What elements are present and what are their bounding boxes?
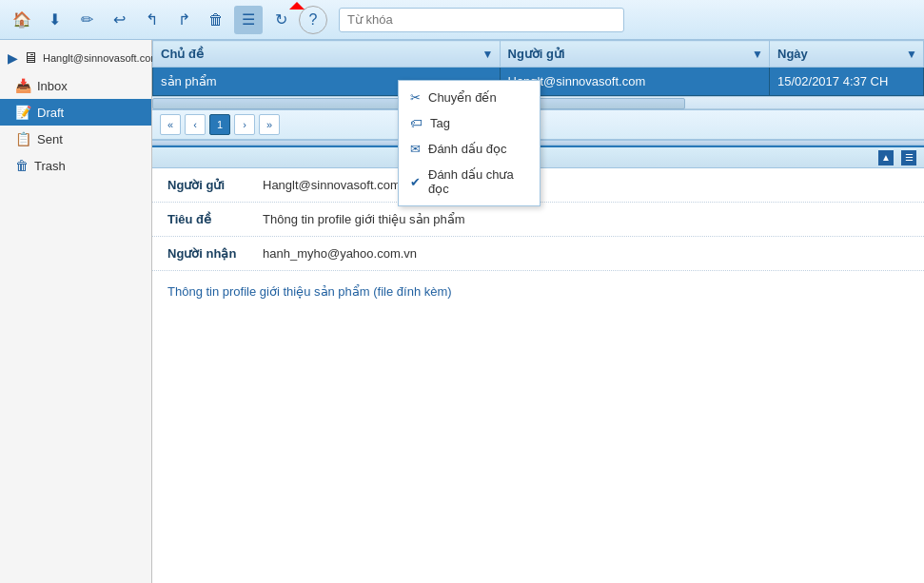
subject-filter-icon[interactable]: ▼ [482,48,494,61]
sidebar-item-trash-label: Trash [34,159,66,173]
inbox-icon: 📥 [15,78,31,93]
dropdown-mark-unread-label: Đánh dấu chưa đọc [428,167,528,196]
page-first-button[interactable]: « [160,114,181,135]
monitor-icon: 🖥 [23,49,38,67]
subject-label: Tiêu đề [167,212,263,226]
col-sender-label: Người gửi [508,47,565,61]
menu-button[interactable]: ☰ [234,6,263,34]
sidebar: ▶ 🖥 Hanglt@sinnovasoft.com 📥 Inbox 📝 Dra… [0,40,152,583]
delete-button[interactable]: 🗑 [202,6,230,34]
home-button[interactable]: 🏠 [8,6,36,34]
page-prev-button[interactable]: ‹ [185,114,206,135]
detail-menu-button[interactable]: ☰ [901,150,916,165]
account-email: Hanglt@sinnovasoft.com [43,52,159,64]
row-date: 15/02/2017 4:37 CH [770,68,924,96]
redo-button[interactable]: ↱ [169,6,198,34]
refresh-button[interactable]: ↻ [266,6,295,34]
mark-read-icon: ✉ [410,142,421,156]
sender-filter-icon[interactable]: ▼ [752,48,763,61]
sidebar-item-inbox-label: Inbox [37,79,68,93]
col-subject-label: Chủ đề [161,47,204,61]
tag-icon: 🏷 [410,116,423,130]
draft-icon: 📝 [15,105,31,120]
col-subject[interactable]: Chủ đề ▼ [153,41,501,68]
dropdown-mark-read-label: Đánh dấu đọc [428,142,507,156]
compose-button[interactable]: ✏ [72,6,101,34]
dropdown-tag-label: Tag [430,116,450,130]
col-sender[interactable]: Người gửi ▼ [500,41,770,68]
dropdown-tag[interactable]: 🏷 Tag [399,110,540,136]
detail-recipient-row: Người nhận hanh_myho@yahoo.com.vn [152,237,924,271]
sidebar-item-draft[interactable]: 📝 Draft [0,99,151,126]
recipient-value: hanh_myho@yahoo.com.vn [263,246,417,261]
recipient-label: Người nhận [167,246,263,261]
page-current-button[interactable]: 1 [209,114,230,135]
subject-value: Thông tin profile giới thiệu sản phẩm [263,212,465,226]
sidebar-item-trash[interactable]: 🗑 Trash [0,152,151,179]
detail-subject-row: Tiêu đề Thông tin profile giới thiệu sản… [152,203,924,237]
dropdown-menu: ✂ Chuyển đến 🏷 Tag ✉ Đánh dấu đọc ✔ Đánh… [398,80,541,206]
page-next-button[interactable]: › [234,114,255,135]
toolbar: 🏠 ⬇ ✏ ↩ ↰ ↱ 🗑 ☰ ↻ ? [0,0,924,40]
col-date-label: Ngày [777,47,808,61]
sidebar-item-draft-label: Draft [37,106,64,120]
mark-unread-icon: ✔ [410,175,421,189]
trash-icon: 🗑 [15,158,29,173]
sent-icon: 📋 [15,131,31,146]
date-filter-icon[interactable]: ▼ [906,48,917,61]
dropdown-move-label: Chuyển đến [428,90,497,105]
sidebar-item-sent-label: Sent [37,132,63,146]
page-last-button[interactable]: » [259,114,280,135]
detail-body: Thông tin profile giới thiệu sản phẩm (f… [152,271,924,312]
dropdown-move[interactable]: ✂ Chuyển đến [399,85,540,110]
sender-label: Người gửi [167,178,263,192]
undo-button[interactable]: ↩ [105,6,133,34]
sender-value: Hanglt@sinnovasoft.com [263,178,401,192]
move-icon: ✂ [410,90,421,105]
search-box [339,8,624,32]
sidebar-item-inbox[interactable]: 📥 Inbox [0,72,151,99]
help-button[interactable]: ? [299,6,327,34]
main-layout: ▶ 🖥 Hanglt@sinnovasoft.com 📥 Inbox 📝 Dra… [0,40,924,583]
sidebar-item-sent[interactable]: 📋 Sent [0,126,151,152]
email-detail: ▲ ☰ Người gửi Hanglt@sinnovasoft.com Tiê… [152,146,924,583]
arrow-indicator [289,2,305,10]
sidebar-account[interactable]: ▶ 🖥 Hanglt@sinnovasoft.com [0,44,151,72]
content-area: ✂ Chuyển đến 🏷 Tag ✉ Đánh dấu đọc ✔ Đánh… [152,40,924,583]
download-button[interactable]: ⬇ [40,6,69,34]
detail-body-text: Thông tin profile giới thiệu sản phẩm (f… [167,284,452,299]
detail-collapse-button[interactable]: ▲ [878,150,894,165]
account-expand-icon: ▶ [8,50,18,66]
dropdown-mark-read[interactable]: ✉ Đánh dấu đọc [399,136,540,162]
search-input[interactable] [339,8,624,32]
col-date[interactable]: Ngày ▼ [770,41,924,68]
undo2-button[interactable]: ↰ [137,6,166,34]
dropdown-mark-unread[interactable]: ✔ Đánh dấu chưa đọc [399,162,540,202]
